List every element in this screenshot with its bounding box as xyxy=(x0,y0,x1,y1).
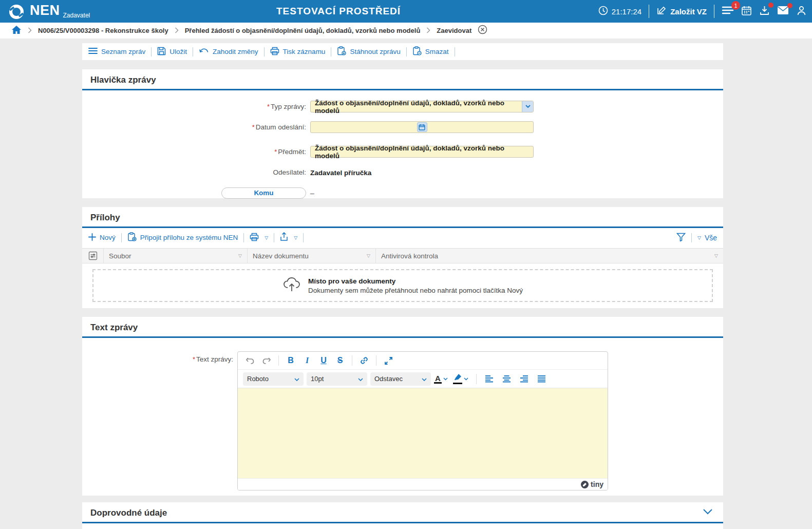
column-filter-icon[interactable]: ▽ xyxy=(364,253,370,258)
breadcrumb-separator-icon xyxy=(426,26,430,35)
server-time-value: 21:17:24 xyxy=(612,7,641,16)
expand-section-icon[interactable] xyxy=(703,507,713,517)
discard-icon xyxy=(199,47,209,56)
komu-value: – xyxy=(310,189,314,197)
environment-title: TESTOVACÍ PROSTŘEDÍ xyxy=(276,6,401,17)
message-text-input[interactable] xyxy=(238,388,608,478)
chevron-down-icon[interactable] xyxy=(522,101,533,112)
server-time: 21:17:24 xyxy=(598,6,641,17)
chevron-down-icon xyxy=(358,375,363,383)
highlight-color-button[interactable] xyxy=(453,373,470,384)
messages-button[interactable] xyxy=(777,6,789,17)
breadcrumb-item-procedure[interactable]: N006/25/V00003298 - Rekonstrukce školy xyxy=(38,27,168,34)
redo-icon[interactable] xyxy=(259,354,274,367)
fullscreen-icon[interactable] xyxy=(381,354,395,367)
attach-from-nen-button[interactable]: Připojit přílohu ze systému NEN xyxy=(127,232,238,243)
underline-button[interactable]: U xyxy=(316,354,331,367)
toolbar-divider xyxy=(243,233,244,242)
chevron-down-icon xyxy=(422,375,427,383)
font-family-select[interactable]: Roboto xyxy=(243,372,304,386)
tiny-logo-icon[interactable] xyxy=(581,481,589,488)
toolbar-divider xyxy=(274,233,274,242)
column-header-soubor[interactable]: Soubor ▽ xyxy=(104,249,248,263)
align-center-icon[interactable] xyxy=(500,372,514,386)
komu-label-col: Komu xyxy=(90,187,306,199)
align-left-icon[interactable] xyxy=(482,372,497,386)
align-right-icon[interactable] xyxy=(517,372,532,386)
sender-value: Zadavatel příručka xyxy=(310,169,371,177)
rich-text-editor: B I U S Roboto xyxy=(237,351,608,490)
filter-all-button[interactable]: ▽ Vše xyxy=(697,234,717,242)
clock-icon xyxy=(598,6,608,17)
new-attachment-label: Nový xyxy=(100,234,116,241)
font-size-select[interactable]: 10pt xyxy=(307,372,367,386)
chevron-down-icon[interactable] xyxy=(464,376,468,382)
date-picker-icon[interactable] xyxy=(417,122,427,132)
undo-icon[interactable] xyxy=(243,354,257,367)
print-record-button[interactable]: Tisk záznamu xyxy=(270,47,326,57)
column-filter-icon[interactable]: ▽ xyxy=(711,253,718,258)
create-vz-button[interactable]: Založit VZ xyxy=(656,5,707,17)
save-button[interactable]: Uložit xyxy=(157,47,187,57)
tiny-brand-label[interactable]: tiny xyxy=(591,480,603,488)
edit-icon xyxy=(656,5,667,17)
bold-icon: B xyxy=(288,356,294,365)
editor-toolbar-row1: B I U S xyxy=(238,352,608,370)
download-message-button[interactable]: Stáhnout zprávu xyxy=(337,46,400,57)
block-format-select[interactable]: Odstavec xyxy=(370,372,431,386)
italic-button[interactable]: I xyxy=(300,354,314,367)
block-format-value: Odstavec xyxy=(374,375,422,383)
column-label: Soubor xyxy=(109,252,131,260)
align-justify-icon[interactable] xyxy=(535,372,549,386)
nen-logo-icon xyxy=(7,2,26,22)
home-icon[interactable] xyxy=(11,25,22,36)
calendar-icon xyxy=(741,5,752,18)
message-list-button[interactable]: Seznam zpráv xyxy=(88,47,145,56)
breadcrumb-item-overview[interactable]: Přehled žádostí o objasnění/doplnění úda… xyxy=(185,27,421,34)
chevron-down-icon[interactable] xyxy=(443,376,448,382)
user-profile-button[interactable] xyxy=(796,5,807,18)
column-label: Antivirová kontrola xyxy=(381,252,438,260)
caret-down-icon: ▽ xyxy=(265,235,268,240)
section-accompanying-data: Doprovodné údaje xyxy=(82,502,723,529)
link-button[interactable] xyxy=(357,354,371,367)
subject-input[interactable]: Žádost o objasnění/doplnění údajů, dokla… xyxy=(310,146,534,158)
bold-button[interactable]: B xyxy=(284,354,298,367)
create-vz-label: Založit VZ xyxy=(670,7,707,16)
column-filter-icon[interactable]: ▽ xyxy=(235,253,242,258)
toolbar-divider xyxy=(331,47,331,56)
section-message-header: Hlavička zprávy *Typ zprávy: Žádost o ob… xyxy=(82,69,723,198)
text-color-button[interactable]: A xyxy=(434,374,450,384)
column-header-antivirus[interactable]: Antivirová kontrola ▽ xyxy=(376,249,723,263)
column-header-nazev[interactable]: Název dokumentu ▽ xyxy=(248,249,376,263)
required-marker: * xyxy=(274,148,277,156)
toolbar-divider xyxy=(278,355,279,366)
command-toolbar: Seznam zpráv Uložit Zahodit změny Tisk z… xyxy=(82,43,723,60)
print-attachments-button[interactable]: ▽ xyxy=(250,233,268,243)
notifications-menu-button[interactable]: 1 xyxy=(722,5,734,17)
message-type-select[interactable]: Žádost o objasnění/doplnění údajů, dokla… xyxy=(310,101,534,112)
export-attachments-button[interactable]: ▽ xyxy=(280,232,297,243)
new-attachment-button[interactable]: Nový xyxy=(88,233,116,242)
calendar-button[interactable] xyxy=(741,5,752,18)
column-settings-button[interactable] xyxy=(82,249,104,263)
discard-changes-button[interactable]: Zahodit změny xyxy=(199,47,258,56)
filter-button[interactable] xyxy=(676,233,686,243)
toolbar-divider xyxy=(376,355,376,366)
caret-down-icon: ▽ xyxy=(697,235,701,240)
file-dropzone[interactable]: Místo pro vaše dokumenty Dokumenty sem m… xyxy=(92,269,713,302)
nen-logo-subtitle: Zadavatel xyxy=(63,12,90,19)
close-page-icon[interactable] xyxy=(478,25,487,36)
section-title: Text zprávy xyxy=(82,317,723,336)
discard-changes-label: Zahodit změny xyxy=(213,48,258,55)
print-record-label: Tisk záznamu xyxy=(283,48,326,55)
subject-label: *Předmět: xyxy=(90,148,306,156)
strikethrough-button[interactable]: S xyxy=(333,354,347,367)
section-rule xyxy=(82,336,723,338)
komu-button[interactable]: Komu xyxy=(221,187,306,199)
delete-button[interactable]: Smazat xyxy=(412,46,449,57)
clipboard-download-icon xyxy=(337,46,346,57)
nen-logo[interactable]: NEN Zadavatel xyxy=(7,2,90,22)
font-family-value: Roboto xyxy=(247,375,294,383)
downloads-button[interactable] xyxy=(759,5,770,18)
